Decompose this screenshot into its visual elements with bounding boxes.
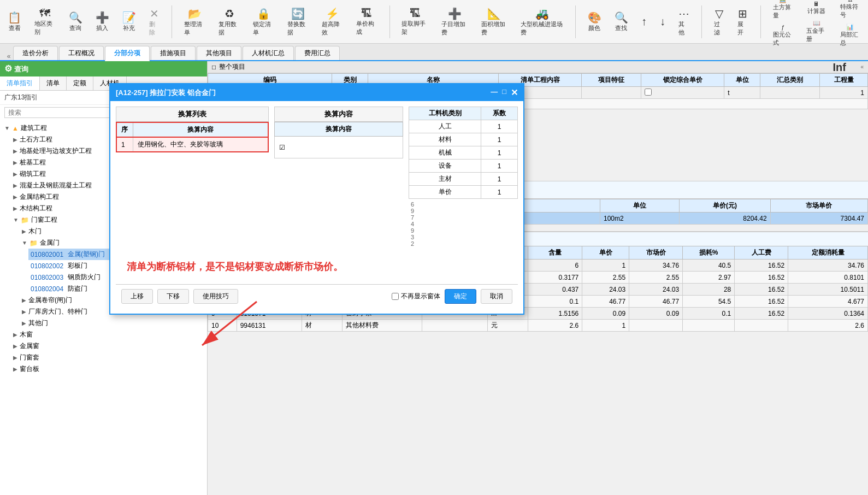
toolbar-organize-btn[interactable]: 📂 整理清单: [181, 6, 209, 38]
toolbar-supplement-btn[interactable]: 📝 补充: [119, 10, 139, 33]
qty-6: 0.8101: [788, 272, 868, 284]
expand-wood-struct-icon[interactable]: ▶: [13, 205, 17, 211]
expand-wood-window-icon[interactable]: ▶: [13, 332, 17, 338]
btn-move-down[interactable]: 下移: [157, 289, 189, 304]
expand-metal-door-icon[interactable]: ▼: [22, 240, 27, 246]
query-tab-list[interactable]: 清单: [40, 76, 67, 90]
toolbar-area-btn[interactable]: 📐 面积增加费: [478, 6, 511, 38]
table-row: 10 9946131 材 其他材料费 元 2.6 1 2.6: [208, 320, 868, 332]
toolbar-reuse-btn[interactable]: ♻ 复用数据: [215, 6, 243, 38]
toolbar-region-btn[interactable]: 🗺 地区类别: [31, 6, 59, 37]
toolbar-hardware-btn[interactable]: 📖 五金手册: [803, 19, 830, 44]
tree-item-windowsill[interactable]: ▶ 窗台板: [11, 363, 205, 375]
toolbar-machine-btn[interactable]: 🚜 大型机械进退场费: [517, 6, 566, 38]
expand-factory-door-icon[interactable]: ▶: [22, 309, 26, 315]
modal-close-btn[interactable]: ✕: [511, 87, 518, 98]
local-icon: 📊: [846, 23, 854, 31]
tree-item-metal-window[interactable]: ▶ 金属窗: [11, 340, 205, 352]
tree-item-factory-door-label: 厂库房大门、特种门: [28, 307, 87, 316]
content-checkbox[interactable]: ☑: [279, 144, 285, 151]
toolbar-unit-btn[interactable]: 🏗 单价构成: [353, 6, 381, 37]
extra-num-4: 4: [411, 221, 516, 227]
toolbar-find-btn[interactable]: 🔍 查找: [611, 10, 631, 33]
query-tab-guide[interactable]: 清单指引: [0, 76, 40, 90]
toolbar-efficiency-btn[interactable]: ⚡ 超高降效: [318, 6, 346, 38]
tree-code-010802003: 010802003: [31, 274, 63, 281]
toolbar-others-btn[interactable]: ⋯ 其他: [675, 6, 693, 38]
toolbar-down-btn[interactable]: ↓: [657, 14, 669, 29]
expand-roll-door-icon[interactable]: ▶: [22, 297, 26, 303]
loss-10: [683, 320, 735, 332]
expand-concrete-icon[interactable]: ▶: [13, 182, 17, 188]
conv-content-1: 使用钢化、中空、夹胶等玻璃: [133, 137, 268, 152]
toolbar-up-btn[interactable]: ↑: [638, 14, 650, 29]
expand-other-door-icon[interactable]: ▶: [22, 320, 26, 326]
supplement-icon: 📝: [122, 11, 136, 24]
conv-row-1[interactable]: 1 使用钢化、中空、夹胶等玻璃: [116, 137, 268, 152]
expand-door-frame-icon[interactable]: ▶: [13, 355, 17, 361]
toolbar-filter-btn[interactable]: ▽ 过滤: [711, 6, 728, 38]
qty-7: 10.5011: [788, 284, 868, 296]
project-row-unit: t: [724, 87, 760, 99]
toolbar-insert-btn[interactable]: ➕ 插入: [92, 10, 113, 33]
tab-other[interactable]: 其他项目: [197, 46, 241, 60]
collapse-icon[interactable]: «: [860, 64, 864, 70]
tree-item-other-door-label: 其他门: [28, 319, 48, 328]
toolbar-formula-btn[interactable]: ƒ 图元公式: [770, 23, 796, 48]
expand-pile-icon[interactable]: ▶: [13, 160, 17, 166]
expand-masonry-icon[interactable]: ▶: [13, 171, 17, 177]
content-7: 0.437: [528, 284, 582, 296]
tab-fee[interactable]: 费用汇总: [295, 46, 340, 60]
expand-earthwork-icon[interactable]: ▶: [13, 137, 17, 143]
region-icon: 🗺: [39, 7, 50, 20]
tab-sub-section[interactable]: 分部分项: [105, 46, 150, 61]
conversion-list-table: 序 换算内容 1 使用钢化、中空、夹胶等玻璃: [116, 122, 269, 152]
modal-maximize-btn[interactable]: □: [502, 87, 506, 98]
coeff-type-equip: 设备: [409, 160, 481, 173]
btn-cancel[interactable]: 取消: [481, 289, 512, 304]
toolbar-child-btn[interactable]: ➕ 子目增加费: [438, 6, 471, 38]
modal-minimize-btn[interactable]: —: [491, 87, 498, 98]
btn-move-up[interactable]: 上移: [121, 289, 153, 304]
tree-item-wood-window[interactable]: ▶ 木窗: [11, 329, 205, 340]
toolbar-query-btn[interactable]: 🔍 查询: [66, 10, 86, 33]
toolbar-delete-btn[interactable]: ✕ 删除: [146, 6, 163, 38]
expand-building-icon[interactable]: ▼: [4, 125, 10, 131]
expand-metal-window-icon[interactable]: ▶: [13, 343, 17, 349]
tree-item-doorwindow-label: 门窗工程: [31, 215, 57, 225]
tab-project-overview[interactable]: 工程概况: [59, 46, 104, 60]
toolbar-color-btn[interactable]: 🎨 颜色: [584, 10, 605, 33]
col-mat-qty: 定额消耗量: [788, 246, 868, 260]
btn-use-tips[interactable]: 使用技巧: [193, 289, 238, 304]
toolbar-earth-btn[interactable]: 🧮 土方算量: [770, 0, 796, 21]
efficiency-label: 超高降效: [322, 20, 343, 37]
tree-item-other-door[interactable]: ▶ 其他门: [20, 317, 205, 329]
expand-wood-door-icon[interactable]: ▶: [22, 228, 26, 234]
unit-10: 元: [488, 320, 528, 332]
extra-num-3: 3: [411, 234, 516, 240]
tab-measure[interactable]: 措施项目: [151, 46, 196, 60]
expand-foundation-treatment-icon[interactable]: ▶: [13, 148, 17, 154]
toolbar-view-btn[interactable]: 📋 查看: [4, 10, 25, 33]
expand-metal-struct-icon[interactable]: ▶: [13, 194, 17, 200]
lock-checkbox[interactable]: [645, 89, 652, 96]
toolbar-replace-btn[interactable]: 🔄 替换数据: [284, 6, 312, 38]
tree-item-door-frame[interactable]: ▶ 门窗套: [11, 352, 205, 363]
no-show-again-checkbox[interactable]: [392, 293, 399, 300]
sidebar-collapse-btn[interactable]: «: [4, 52, 13, 60]
toolbar-calc-btn[interactable]: 🖩 计算器: [803, 0, 830, 16]
btn-confirm[interactable]: 确定: [445, 289, 476, 304]
query-tab-quota[interactable]: 定额: [67, 76, 93, 90]
toolbar-lift-btn[interactable]: 🏗 提取脚手架: [398, 6, 432, 37]
tab-manpower[interactable]: 人材机汇总: [243, 46, 294, 60]
expand-windowsill-icon[interactable]: ▶: [13, 366, 17, 372]
delete-label: 删除: [149, 20, 160, 37]
expand-doorwindow-icon[interactable]: ▼: [13, 217, 19, 223]
toolbar-lock-btn[interactable]: 🔒 锁定清单: [250, 6, 277, 38]
toolbar-expand-btn[interactable]: ⊞ 展开: [734, 6, 751, 38]
toolbar-symbol-btn[interactable]: Ω 特殊符号: [837, 0, 864, 20]
toolbar-local-btn[interactable]: 📊 局部汇总: [837, 22, 864, 48]
tree-item-windowsill-label: 窗台板: [20, 364, 39, 374]
project-checkbox[interactable]: □: [212, 63, 216, 71]
tab-cost-analysis[interactable]: 造价分析: [13, 46, 58, 60]
